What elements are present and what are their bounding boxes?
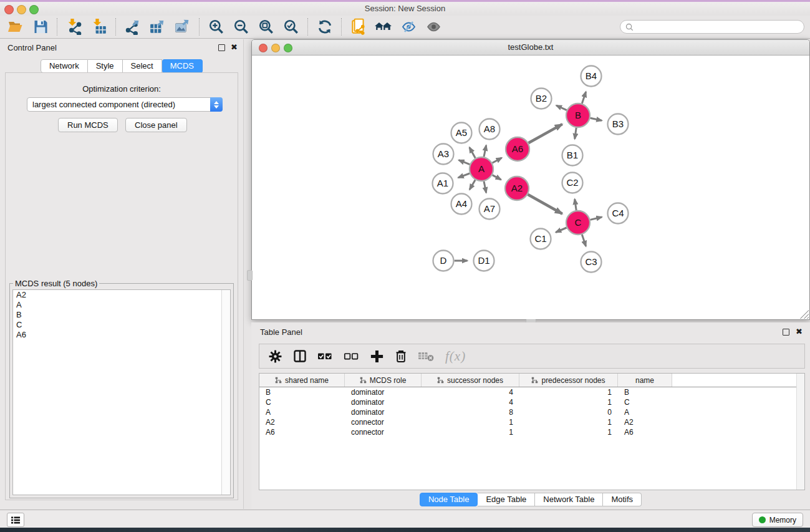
export-image-button[interactable]	[173, 18, 192, 36]
graph-edge-A-A7[interactable]	[484, 181, 486, 193]
table-row[interactable]: Adominator80A	[259, 407, 804, 417]
zoom-fit-button[interactable]	[257, 18, 276, 36]
graph-node-A5[interactable]: A5	[451, 123, 472, 143]
graph-node-B3[interactable]: B3	[608, 114, 629, 135]
search-box[interactable]	[620, 20, 804, 34]
table-tab-motifs[interactable]: Motifs	[603, 493, 642, 506]
search-input[interactable]	[637, 22, 799, 32]
column-header-successor-nodes[interactable]: successor nodes	[422, 374, 519, 387]
graph-node-C1[interactable]: C1	[531, 229, 551, 249]
mcds-result-item[interactable]: C	[13, 320, 230, 330]
export-table-button[interactable]	[148, 18, 167, 36]
import-table-button[interactable]	[90, 18, 108, 36]
network-window-titlebar[interactable]: testGlobe.txt	[252, 40, 809, 56]
column-header-predecessor-nodes[interactable]: predecessor nodes	[519, 374, 618, 387]
graph-edge-A-A5[interactable]	[470, 147, 476, 158]
close-panel-button[interactable]: Close panel	[125, 118, 187, 132]
run-mcds-button[interactable]: Run MCDS	[58, 118, 118, 132]
export-network-button[interactable]	[123, 18, 142, 36]
unselect-all-button[interactable]	[344, 351, 359, 362]
graph-node-C2[interactable]: C2	[562, 173, 583, 193]
graph-node-C4[interactable]: C4	[608, 203, 629, 224]
graph-node-A4[interactable]: A4	[451, 194, 472, 215]
table-tab-edge-table[interactable]: Edge Table	[478, 493, 535, 506]
import-network-button[interactable]	[65, 18, 84, 36]
graph-node-B[interactable]: B	[566, 104, 590, 127]
column-header-name[interactable]: name	[618, 374, 672, 387]
mcds-result-item[interactable]: A2	[13, 290, 230, 300]
new-network-from-selection-button[interactable]	[349, 18, 368, 36]
graph-edge-C-C1[interactable]	[556, 228, 566, 233]
graph-node-A2[interactable]: A2	[505, 177, 529, 200]
close-panel-icon[interactable]: ✖	[231, 42, 238, 52]
hide-selected-button[interactable]	[399, 18, 418, 36]
graph-edge-A-A6[interactable]	[493, 158, 502, 163]
graph-edge-C-C3[interactable]	[582, 235, 586, 246]
table-settings-button[interactable]	[268, 349, 282, 364]
graph-node-A8[interactable]: A8	[480, 119, 500, 140]
graph-node-C3[interactable]: C3	[581, 252, 602, 273]
resize-grip-icon[interactable]	[800, 310, 809, 319]
tab-mcds[interactable]: MCDS	[162, 59, 203, 73]
zoom-in-button[interactable]	[207, 18, 226, 36]
graph-node-D[interactable]: D	[433, 251, 454, 271]
network-minimize-button[interactable]	[271, 44, 280, 52]
graph-edge-A-A1[interactable]	[458, 173, 470, 178]
table-tab-node-table[interactable]: Node Table	[420, 493, 478, 506]
graph-edge-A-A3[interactable]	[459, 160, 470, 165]
window-minimize-button[interactable]	[17, 5, 26, 14]
window-zoom-button[interactable]	[29, 5, 39, 14]
graph-edge-A6-B[interactable]	[529, 124, 562, 143]
mcds-result-item[interactable]: A	[13, 300, 230, 310]
tab-network[interactable]: Network	[41, 59, 88, 73]
first-neighbors-button[interactable]	[374, 18, 393, 36]
table-close-panel-icon[interactable]: ✖	[796, 327, 803, 336]
mcds-result-item[interactable]: B	[13, 310, 230, 320]
graph-node-A6[interactable]: A6	[506, 137, 529, 161]
table-tab-network-table[interactable]: Network Table	[535, 493, 603, 506]
graph-node-A[interactable]: A	[470, 157, 493, 181]
graph-edge-B-B3[interactable]	[591, 118, 602, 120]
column-header-shared-name[interactable]: shared name	[259, 374, 345, 387]
vertical-splitter-handle[interactable]	[247, 270, 253, 281]
open-file-button[interactable]	[6, 18, 25, 36]
graph-node-C[interactable]: C	[566, 211, 590, 235]
mcds-result-item[interactable]: A6	[13, 330, 230, 340]
window-close-button[interactable]	[4, 5, 14, 14]
zoom-selected-button[interactable]	[282, 18, 301, 36]
tab-select[interactable]: Select	[123, 59, 162, 73]
float-panel-icon[interactable]	[218, 44, 225, 51]
optimization-criterion-select[interactable]: largest connected component (directed)	[27, 97, 223, 112]
table-row[interactable]: Cdominator41C	[259, 397, 804, 407]
graph-edge-C-C4[interactable]	[591, 217, 602, 220]
add-row-button[interactable]	[370, 349, 384, 364]
table-row[interactable]: A6connector11A6	[259, 427, 804, 437]
graph-node-B4[interactable]: B4	[581, 66, 602, 87]
graph-node-A1[interactable]: A1	[433, 173, 453, 194]
table-float-panel-icon[interactable]	[783, 329, 789, 336]
network-graph[interactable]: B4 B2 B B3 A8 A5 A6 A3 B1 A C2 A1 A2	[252, 56, 809, 319]
network-zoom-button[interactable]	[284, 44, 292, 52]
network-canvas[interactable]: B4 B2 B B3 A8 A5 A6 A3 B1 A C2 A1 A2	[252, 56, 809, 319]
zoom-out-button[interactable]	[232, 18, 251, 36]
task-history-button[interactable]	[7, 513, 24, 527]
table-row[interactable]: A2connector11A2	[259, 417, 804, 427]
graph-node-A7[interactable]: A7	[480, 199, 500, 220]
mcds-result-list[interactable]: A2ABCA6	[12, 289, 231, 495]
show-columns-button[interactable]	[293, 349, 307, 363]
graph-edge-B-B4[interactable]	[582, 92, 586, 104]
show-all-button[interactable]	[424, 18, 443, 36]
save-session-button[interactable]	[31, 18, 50, 36]
graph-edge-A2-C[interactable]	[528, 195, 562, 214]
graph-edge-A-A2[interactable]	[493, 175, 501, 180]
delete-table-button[interactable]	[418, 350, 435, 362]
column-header-MCDS-role[interactable]: MCDS role	[345, 374, 422, 387]
graph-edge-A-A4[interactable]	[470, 180, 475, 190]
table-scrollbar[interactable]	[796, 374, 804, 490]
network-close-button[interactable]	[259, 44, 268, 52]
select-all-button[interactable]	[317, 351, 333, 362]
graph-node-D1[interactable]: D1	[474, 251, 494, 271]
graph-edge-B-B1[interactable]	[575, 128, 577, 139]
graph-node-B2[interactable]: B2	[531, 89, 552, 109]
tab-style[interactable]: Style	[88, 59, 123, 73]
